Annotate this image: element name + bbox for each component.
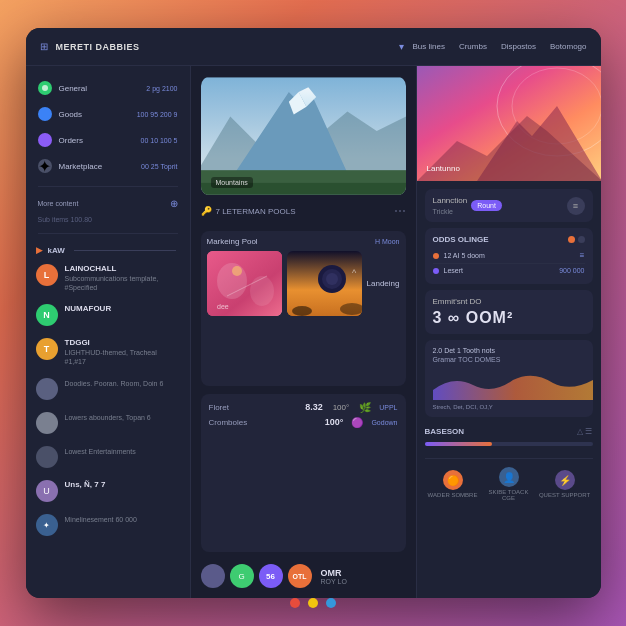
bnav-item-0[interactable]: 🟠 WADER SOMBRE — [425, 466, 481, 502]
user-item-4[interactable]: Lowers abounders, Topan 6 — [26, 407, 190, 439]
circle-num-2: 56 — [266, 572, 275, 581]
odds-text-1: Lesert — [444, 267, 555, 274]
right-hero: Lantunno — [417, 66, 601, 181]
sidebar-item-general[interactable]: General 2 pg 2100 — [26, 76, 190, 100]
right-content: Lannction Trickle Rount ≡ ODDS OLINGE — [417, 181, 601, 598]
user-desc-0: Subcommunications template, #Specified — [65, 274, 180, 292]
bnav-icon-2: ⚡ — [555, 470, 575, 490]
sidebar-item-orders[interactable]: Orders 00 10 100 5 — [26, 128, 190, 152]
user-item-1[interactable]: N NUMAFOUR — [26, 299, 190, 331]
section-title: 7 LETERMAN POOLS — [216, 207, 296, 216]
svg-point-0 — [42, 85, 48, 91]
chevron-icon[interactable]: ▾ — [399, 41, 404, 52]
page-dots — [290, 598, 336, 608]
wave-title: 2.0 Det 1 Tooth nots — [433, 347, 585, 354]
nav-dispostos[interactable]: Dispostos — [501, 42, 536, 51]
avatar-row: G 56 OTL OMR ROY LO — [201, 560, 406, 588]
sidebar-label-goods: Goods — [59, 110, 130, 119]
circle-label-1: G — [238, 572, 244, 581]
odds-text-0: 12 AI 5 doom — [444, 252, 575, 259]
wave-card: 2.0 Det 1 Tooth nots Gramar TOC DOMES — [425, 340, 593, 417]
main-content: Mountains 🔑 7 LETERMAN POOLS ⋯ Markeing … — [191, 66, 416, 598]
card1-title: Lannction — [433, 196, 468, 205]
stat-value-1: 100° — [325, 417, 344, 427]
right-panel: Lantunno Lannction Trickle Rount ≡ — [416, 66, 601, 598]
bnav-icon-1: 👤 — [499, 467, 519, 487]
nav-buslines[interactable]: Bus lines — [412, 42, 444, 51]
circle-3: OTL — [288, 564, 312, 588]
dot-gray — [578, 236, 585, 243]
section2-info: Landeing — [367, 251, 400, 316]
stat-sub-0: UPPL — [379, 404, 397, 411]
avatar-row-label: ROY LO — [321, 578, 347, 585]
svg-point-17 — [326, 273, 338, 285]
odds-item-1: Lesert 900 000 — [433, 264, 585, 277]
odds-dot-0 — [433, 253, 439, 259]
baseson-title: BASESON — [425, 427, 465, 436]
app-title: MERETI DABBIES — [56, 42, 392, 52]
wave-bottom: Strech, Det, DCI, OJ,Y — [433, 404, 585, 410]
odds-item-0: 12 AI 5 doom ≡ — [433, 248, 585, 264]
bnav-icon-0: 🟠 — [443, 470, 463, 490]
sidebar-badge-orders: 00 10 100 5 — [141, 137, 178, 144]
user-info-2: TDGGI LIGHTHUD-themed, Tracheal #1,#17 — [65, 338, 180, 366]
card1-menu[interactable]: ≡ — [567, 197, 585, 215]
user-info-7: Minelinesement 60 000 — [65, 514, 180, 524]
dashboard: ⊞ MERETI DABBIES ▾ Bus lines Crumbs Disp… — [26, 28, 601, 598]
right-hero-label: Lantunno — [427, 164, 460, 173]
add-icon[interactable]: ⊕ — [170, 198, 178, 209]
avatar-5 — [36, 446, 58, 468]
sidebar-item-marketplace[interactable]: ✦ Marketplace 00 25 Toprit — [26, 154, 190, 178]
user-info-0: LAINOCHALL Subcommunications template, #… — [65, 264, 180, 292]
avatar-0: L — [36, 264, 58, 286]
odds-controls — [568, 236, 585, 243]
baseson-section: BASESON △ ☰ — [425, 423, 593, 450]
sidebar-divider-2 — [38, 233, 178, 234]
user-desc-7: Minelinesement 60 000 — [65, 515, 180, 524]
avatar-more-label: OMR — [321, 568, 347, 578]
card1-pill[interactable]: Rount — [471, 200, 502, 211]
svg-text:dee: dee — [217, 303, 229, 310]
avatar-1: N — [36, 304, 58, 326]
right-card-lannction: Lannction Trickle Rount ≡ — [425, 189, 593, 222]
user-item-2[interactable]: T TDGGI LIGHTHUD-themed, Tracheal #1,#17 — [26, 333, 190, 371]
general-icon — [38, 81, 52, 95]
bnav-item-2[interactable]: ⚡ QUEST SUPPORT — [537, 466, 593, 502]
avatar-3 — [36, 378, 58, 400]
circle-1: G — [230, 564, 254, 588]
nav-botomogo[interactable]: Botomogo — [550, 42, 586, 51]
user-desc-3: Doodies. Pooran. Room, Doin 6 — [65, 379, 180, 388]
user-info-5: Lowest Entertainments — [65, 446, 180, 456]
user-info-6: Uns, Ñ, 7 7 — [65, 480, 180, 489]
avatar-more: OMR ROY LO — [321, 568, 347, 585]
user-name-2: TDGGI — [65, 338, 180, 347]
bnav-label-1: SKIBE TOACK CGE — [483, 489, 535, 501]
circle-num-3: OTL — [293, 573, 307, 580]
card1-sub: Trickle — [433, 208, 468, 215]
user-item-5[interactable]: Lowest Entertainments — [26, 441, 190, 473]
odds-expand[interactable]: ≡ — [580, 251, 585, 260]
user-info-3: Doodies. Pooran. Room, Doin 6 — [65, 378, 180, 388]
user-item-3[interactable]: Doodies. Pooran. Room, Doin 6 — [26, 373, 190, 405]
sidebar-badge-goods: 100 95 200 9 — [137, 111, 178, 118]
user-desc-5: Lowest Entertainments — [65, 447, 180, 456]
sidebar-item-goods[interactable]: Goods 100 95 200 9 — [26, 102, 190, 126]
user-item-7[interactable]: ✦ Minelinesement 60 000 — [26, 509, 190, 541]
more-icon[interactable]: ⋯ — [394, 204, 406, 218]
sidebar-label-general: General — [59, 84, 140, 93]
page-dot-1[interactable] — [308, 598, 318, 608]
page-dot-2[interactable] — [326, 598, 336, 608]
user-desc-2: LIGHTHUD-themed, Tracheal #1,#17 — [65, 348, 180, 366]
page-dot-0[interactable] — [290, 598, 300, 608]
nav-crumbs[interactable]: Crumbs — [459, 42, 487, 51]
user-item-6[interactable]: U Uns, Ñ, 7 7 — [26, 475, 190, 507]
pool-icon: 🔑 — [201, 206, 212, 216]
avatar-7: ✦ — [36, 514, 58, 536]
stat-extra-0: 100° — [333, 403, 350, 412]
sidebar-label-orders: Orders — [59, 136, 134, 145]
user-name-0: LAINOCHALL — [65, 264, 180, 273]
bnav-item-1[interactable]: 👤 SKIBE TOACK CGE — [481, 463, 537, 505]
section-sub: Sub items 100.80 — [38, 216, 92, 223]
user-item-0[interactable]: L LAINOCHALL Subcommunications template,… — [26, 259, 190, 297]
dot-orange — [568, 236, 575, 243]
